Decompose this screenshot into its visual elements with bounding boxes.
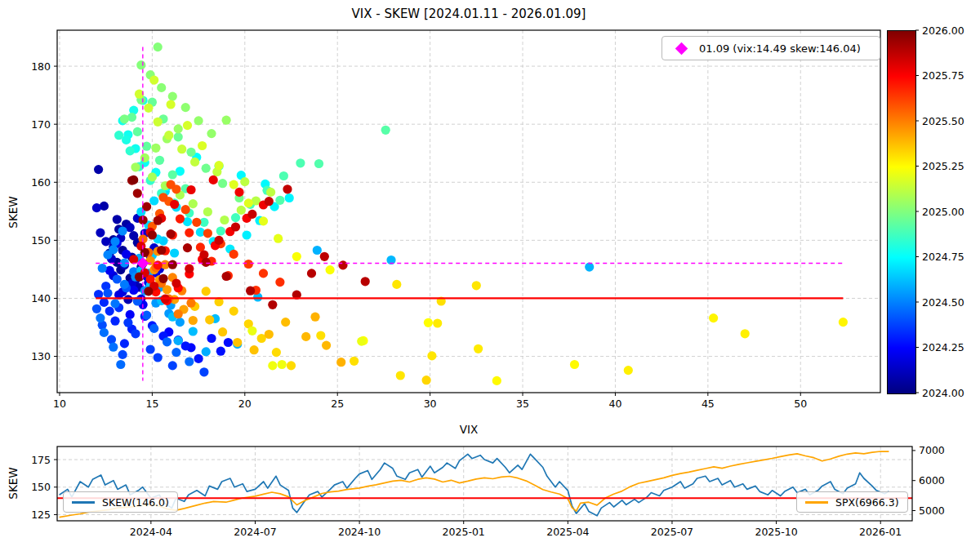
scatter-point <box>140 248 149 257</box>
scatter-point <box>624 366 633 375</box>
scatter-point <box>136 60 145 69</box>
colorbar-tick-label: 2024.75 <box>922 251 964 263</box>
x-tick-label: 45 <box>702 398 715 410</box>
scatter-point <box>172 348 180 357</box>
scatter-point <box>307 269 316 278</box>
scatter-point <box>274 234 283 243</box>
scatter-point <box>148 230 157 239</box>
scatter-point <box>154 42 163 51</box>
scatter-point <box>741 329 750 338</box>
x-tick-label: 15 <box>145 398 158 410</box>
scatter-point <box>129 176 138 184</box>
scatter-point <box>265 197 274 206</box>
spx-series-legend: SPX(6966.3) <box>796 491 908 513</box>
scatter-point <box>218 327 227 336</box>
scatter-point <box>231 213 240 222</box>
scatter-point <box>92 203 101 212</box>
scatter-point <box>310 313 319 322</box>
scatter-point <box>181 103 190 112</box>
x-tick-label: 2025-01 <box>443 526 485 538</box>
scatter-point <box>320 252 329 261</box>
scatter-point <box>170 200 179 209</box>
scatter-point <box>301 332 310 341</box>
scatter-point <box>114 131 123 140</box>
x-tick-label: 2024-10 <box>338 526 381 538</box>
scatter-point <box>472 281 481 290</box>
skew-line-icon <box>72 501 95 504</box>
scatter-point <box>154 353 163 362</box>
scatter-point <box>265 330 274 339</box>
scatter-point <box>123 295 132 304</box>
scatter-point <box>202 347 211 356</box>
scatter-point <box>202 258 211 267</box>
scatter-point <box>151 144 160 153</box>
scatter-point <box>229 180 238 189</box>
scatter-point <box>157 83 166 92</box>
scatter-point <box>100 328 109 337</box>
scatter-point <box>357 337 366 346</box>
scatter-point <box>183 121 192 130</box>
colorbar-tick-label: 2025.50 <box>922 115 964 127</box>
scatter-point <box>278 360 287 369</box>
scatter-point <box>157 246 166 255</box>
scatter-point <box>105 307 114 316</box>
scatter-point <box>350 357 359 366</box>
scatter-point <box>243 230 252 239</box>
scatter-point <box>133 127 142 136</box>
scatter-point <box>237 206 246 215</box>
scatter-point <box>209 176 218 184</box>
scatter-point <box>186 185 195 194</box>
scatter-point <box>275 196 284 205</box>
scatter-point <box>190 158 199 167</box>
scatter-point <box>129 231 138 240</box>
scatter-point <box>259 216 268 225</box>
highlight-diamond-icon <box>675 42 688 55</box>
scatter-point <box>381 126 390 135</box>
scatter-point <box>492 376 501 385</box>
scatter-point <box>131 162 140 171</box>
scatter-point <box>94 165 103 174</box>
scatter-point <box>392 280 401 289</box>
x-tick-label: 2025-07 <box>651 526 693 538</box>
scatter-title: VIX - SKEW [2024.01.11 - 2026.01.09] <box>57 7 880 21</box>
scatter-point <box>163 337 172 346</box>
scatter-point <box>287 361 296 370</box>
scatter-point <box>192 218 201 227</box>
x-tick-label: 30 <box>424 398 437 410</box>
scatter-point <box>126 146 135 155</box>
scatter-point <box>109 245 118 254</box>
scatter-point <box>174 124 183 133</box>
scatter-point <box>275 278 284 287</box>
scatter-point <box>101 237 110 246</box>
scatter-point <box>220 216 229 224</box>
x-tick-label: 2025-04 <box>546 526 589 538</box>
colorbar-tick-label: 2026.00 <box>922 24 964 37</box>
scatter-point <box>244 260 253 269</box>
scatter-point <box>233 338 242 347</box>
scatter-point <box>167 100 176 109</box>
scatter-point <box>272 348 281 357</box>
scatter-point <box>279 171 288 180</box>
scatter-point <box>189 327 198 335</box>
scatter-point <box>216 226 225 235</box>
figure: 1015202530354045501301401501601701802024… <box>0 0 980 551</box>
scatter-point <box>259 269 268 278</box>
colorbar-tick-label: 2024.00 <box>922 387 964 399</box>
spx-series-line <box>60 451 889 518</box>
y-tick-label: 150 <box>31 234 51 247</box>
scatter-point <box>110 237 119 246</box>
scatter-point <box>433 318 442 327</box>
scatter-point <box>199 367 208 376</box>
scatter-point <box>396 371 405 380</box>
timeseries-y-axis-label: SKEW <box>7 467 20 499</box>
scatter-point <box>199 251 208 260</box>
scatter-point <box>92 304 101 313</box>
scatter-point <box>107 335 116 344</box>
timeseries-axes-frame <box>57 447 912 521</box>
scatter-point <box>149 324 158 333</box>
y-tick-label-right: 7000 <box>919 444 945 456</box>
scatter-point <box>361 277 370 286</box>
scatter-point <box>120 339 129 348</box>
scatter-point <box>133 189 142 198</box>
scatter-point <box>155 156 164 165</box>
